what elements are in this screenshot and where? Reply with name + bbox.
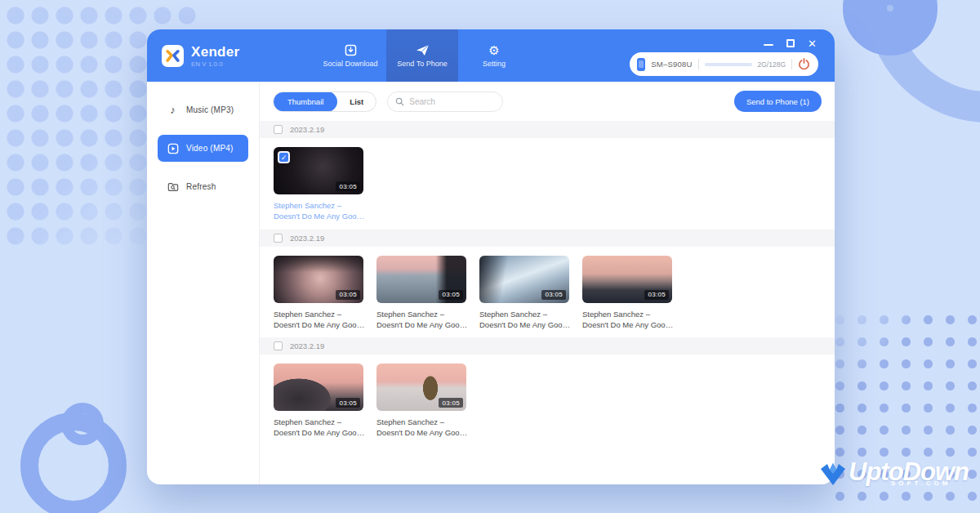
duration-badge: 03:05 [439,398,463,408]
date-checkbox[interactable] [274,341,283,350]
toggle-list[interactable]: List [337,91,376,112]
date-group-header: 2023.2.19 [260,337,835,355]
tab-send-to-phone[interactable]: Send To Phone [386,29,458,82]
date-group-header: 2023.2.19 [260,230,835,247]
video-list: 2023.2.19 ✓ 03:05 Stephen Sanchez – Does… [260,121,835,484]
desktop-background: Xender EN V 1.0.0 Social Download [0,0,980,513]
video-title: Stephen Sanchez – Doesn't Do Me Any Good… [274,417,365,439]
sidebar-item-label: Refresh [186,182,216,191]
sidebar-item-video[interactable]: Video (MP4) [158,135,248,162]
background-ring-shape [61,403,104,445]
send-to-phone-button[interactable]: Send to Phone (1) [734,91,822,112]
power-disconnect-icon[interactable] [798,58,810,70]
checkbox-checked-icon[interactable]: ✓ [278,151,290,163]
video-thumbnail[interactable]: ✓ 03:05 [274,147,363,194]
close-button[interactable]: ✕ [808,38,817,49]
tab-label: Setting [483,60,506,68]
video-title: Stephen Sanchez – Doesn't Do Me Any Good… [274,200,365,222]
date-label: 2023.2.19 [290,125,324,134]
video-row: ✓ 03:05 Stephen Sanchez – Doesn't Do Me … [260,138,835,230]
sidebar-item-label: Music (MP3) [186,105,234,114]
video-card[interactable]: ✓ 03:05 Stephen Sanchez – Doesn't Do Me … [274,147,363,222]
duration-badge: 03:05 [644,290,669,300]
device-model: SM–S908U [651,60,692,69]
date-label: 2023.2.19 [290,234,324,243]
gear-icon: ⚙ [488,43,499,56]
video-thumbnail[interactable]: 03:05 [274,364,363,411]
video-title: Stephen Sanchez – Doesn't Do Me Any Good… [582,309,674,331]
title-bar: Xender EN V 1.0.0 Social Download [147,29,835,82]
duration-badge: 03:05 [439,290,463,300]
sidebar-item-refresh[interactable]: Refresh [158,173,248,200]
folder-search-icon [167,181,179,193]
video-title: Stephen Sanchez – Doesn't Do Me Any Good… [479,309,571,331]
date-label: 2023.2.19 [290,341,324,350]
video-row: 03:05 Stephen Sanchez – Doesn't Do Me An… [260,247,835,338]
duration-badge: 03:05 [541,290,566,300]
toolbar: Thumbnail List Send to Phone (1) [260,82,835,121]
connected-device-status: SM–S908U 2G/128G [630,52,818,76]
video-row: 03:05 Stephen Sanchez – Doesn't Do Me An… [260,355,835,446]
video-thumbnail[interactable]: 03:05 [376,364,466,411]
video-thumbnail[interactable]: 03:05 [274,256,363,303]
video-thumbnail[interactable]: 03:05 [479,256,569,303]
search-box[interactable] [387,91,503,112]
search-icon [395,97,404,106]
video-title: Stephen Sanchez – Doesn't Do Me Any Good… [376,417,468,439]
video-card[interactable]: 03:05 Stephen Sanchez – Doesn't Do Me An… [582,256,672,331]
tab-label: Send To Phone [397,60,447,68]
sidebar-item-label: Video (MP4) [186,144,234,153]
video-thumbnail[interactable]: 03:05 [376,256,466,303]
video-card[interactable]: 03:05 Stephen Sanchez – Doesn't Do Me An… [376,364,466,439]
storage-progress-bar [705,63,752,66]
maximize-button[interactable] [786,39,795,47]
video-card[interactable]: 03:05 Stephen Sanchez – Doesn't Do Me An… [479,256,569,331]
music-note-icon: ♪ [167,104,179,116]
search-input[interactable] [409,97,495,106]
main-nav: Social Download Send To Phone ⚙ Setting [314,29,530,82]
video-card[interactable]: 03:05 Stephen Sanchez – Doesn't Do Me An… [274,256,363,331]
view-toggle: Thumbnail List [273,91,376,112]
tab-setting[interactable]: ⚙ Setting [458,29,530,82]
video-card[interactable]: 03:05 Stephen Sanchez – Doesn't Do Me An… [274,364,363,439]
minimize-button[interactable] [764,41,773,46]
phone-icon [637,58,645,71]
date-group-header: 2023.2.19 [260,121,835,138]
divider [698,59,699,69]
sidebar: ♪ Music (MP3) Video (MP4) [147,82,260,484]
video-thumbnail[interactable]: 03:05 [582,256,672,303]
video-title: Stephen Sanchez – Doesn't Do Me Any Good… [274,309,365,331]
duration-badge: 03:05 [336,290,360,300]
tab-social-download[interactable]: Social Download [314,29,386,82]
sidebar-item-music[interactable]: ♪ Music (MP3) [158,96,248,123]
xender-app-window: Xender EN V 1.0.0 Social Download [147,29,835,484]
video-play-icon [167,143,179,154]
uptodown-logo-icon [819,462,847,490]
divider [791,59,792,69]
app-version: EN V 1.0.0 [191,60,239,68]
tab-label: Social Download [323,60,377,68]
social-download-icon [345,43,357,56]
date-checkbox[interactable] [274,234,283,243]
app-title: Xender [191,44,239,60]
xender-logo-icon [162,45,184,67]
storage-text: 2G/128G [758,60,786,69]
window-controls: ✕ [764,38,817,49]
date-checkbox[interactable] [274,125,283,134]
uptodown-watermark: UptoDown SOFT.COM [819,457,969,490]
video-card[interactable]: 03:05 Stephen Sanchez – Doesn't Do Me An… [376,256,466,331]
duration-badge: 03:05 [336,398,360,408]
paper-plane-icon [416,43,430,56]
toggle-thumbnail[interactable]: Thumbnail [274,91,337,112]
video-title: Stephen Sanchez – Doesn't Do Me Any Good… [376,309,468,331]
watermark-subtitle: SOFT.COM [891,480,951,487]
duration-badge: 03:05 [336,181,360,191]
